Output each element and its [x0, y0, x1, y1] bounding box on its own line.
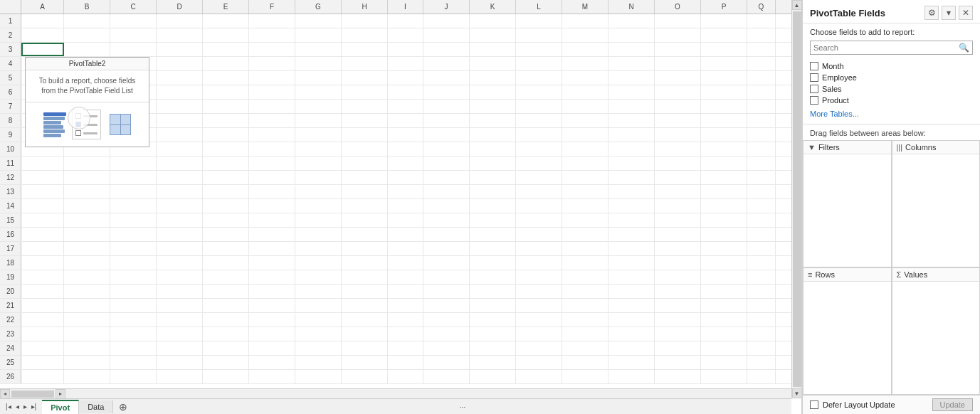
cell-25-8[interactable] [342, 356, 388, 369]
cell-1-15[interactable] [655, 14, 701, 28]
cell-21-17[interactable] [747, 299, 776, 312]
cell-2-1[interactable] [21, 28, 64, 42]
cell-5-7[interactable] [295, 71, 342, 85]
cell-22-13[interactable] [562, 313, 608, 327]
cell-6-6[interactable] [249, 85, 295, 99]
cell-5-6[interactable] [249, 71, 295, 85]
cell-14-4[interactable] [157, 199, 203, 213]
cell-6-17[interactable] [747, 85, 776, 99]
cell-14-12[interactable] [516, 199, 562, 213]
cell-5-17[interactable] [747, 71, 776, 85]
cell-20-17[interactable] [747, 285, 776, 298]
cell-22-16[interactable] [701, 313, 747, 327]
cell-6-12[interactable] [516, 85, 562, 99]
cell-15-13[interactable] [562, 213, 608, 227]
cell-17-17[interactable] [747, 242, 776, 255]
cell-10-17[interactable] [747, 142, 776, 156]
cell-4-8[interactable] [342, 57, 388, 70]
cell-23-5[interactable] [203, 327, 249, 341]
cell-12-14[interactable] [608, 171, 655, 184]
cell-16-3[interactable] [110, 228, 157, 241]
cell-2-11[interactable] [470, 28, 516, 42]
cell-19-7[interactable] [295, 270, 342, 284]
cell-18-10[interactable] [423, 256, 470, 270]
cell-13-3[interactable] [110, 185, 157, 198]
cell-15-14[interactable] [608, 213, 655, 227]
cell-16-11[interactable] [470, 228, 516, 241]
cell-11-6[interactable] [249, 156, 295, 170]
cell-12-6[interactable] [249, 171, 295, 184]
cell-4-12[interactable] [516, 57, 562, 70]
cell-20-7[interactable] [295, 285, 342, 298]
cell-10-4[interactable] [157, 142, 203, 156]
cell-24-12[interactable] [516, 341, 562, 355]
cell-8-10[interactable] [423, 114, 470, 127]
cell-26-10[interactable] [423, 370, 470, 383]
cell-10-11[interactable] [470, 142, 516, 156]
cell-11-3[interactable] [110, 156, 157, 170]
cell-4-17[interactable] [747, 57, 776, 70]
cell-17-16[interactable] [701, 242, 747, 255]
cell-23-4[interactable] [157, 327, 203, 341]
cell-16-2[interactable] [64, 228, 110, 241]
cell-20-14[interactable] [608, 285, 655, 298]
cell-7-13[interactable] [562, 100, 608, 113]
cell-21-3[interactable] [110, 299, 157, 312]
cell-20-11[interactable] [470, 285, 516, 298]
cell-23-13[interactable] [562, 327, 608, 341]
cell-1-4[interactable] [157, 14, 203, 28]
cell-22-8[interactable] [342, 313, 388, 327]
cell-8-8[interactable] [342, 114, 388, 127]
cell-5-16[interactable] [701, 71, 747, 85]
cell-21-15[interactable] [655, 299, 701, 312]
cell-13-12[interactable] [516, 185, 562, 198]
field-item-employee[interactable]: Employee [810, 72, 973, 83]
defer-checkbox[interactable] [810, 400, 818, 409]
cell-13-7[interactable] [295, 185, 342, 198]
cell-13-5[interactable] [203, 185, 249, 198]
cell-9-8[interactable] [342, 128, 388, 142]
cell-15-3[interactable] [110, 213, 157, 227]
cell-25-9[interactable] [388, 356, 423, 369]
cell-22-14[interactable] [608, 313, 655, 327]
cell-16-12[interactable] [516, 228, 562, 241]
cell-10-9[interactable] [388, 142, 423, 156]
cell-19-12[interactable] [516, 270, 562, 284]
cell-5-5[interactable] [203, 71, 249, 85]
cell-7-6[interactable] [249, 100, 295, 113]
cell-10-5[interactable] [203, 142, 249, 156]
cell-23-3[interactable] [110, 327, 157, 341]
cell-6-13[interactable] [562, 85, 608, 99]
cell-9-6[interactable] [249, 128, 295, 142]
cell-7-5[interactable] [203, 100, 249, 113]
cell-7-8[interactable] [342, 100, 388, 113]
cell-16-6[interactable] [249, 228, 295, 241]
cell-23-7[interactable] [295, 327, 342, 341]
cell-8-16[interactable] [701, 114, 747, 127]
cell-24-17[interactable] [747, 341, 776, 355]
cell-12-5[interactable] [203, 171, 249, 184]
cell-7-14[interactable] [608, 100, 655, 113]
cell-5-15[interactable] [655, 71, 701, 85]
cell-24-1[interactable] [21, 341, 64, 355]
cell-19-14[interactable] [608, 270, 655, 284]
cell-17-9[interactable] [388, 242, 423, 255]
cell-20-4[interactable] [157, 285, 203, 298]
cell-22-5[interactable] [203, 313, 249, 327]
cell-10-6[interactable] [249, 142, 295, 156]
cell-2-17[interactable] [747, 28, 776, 42]
cell-12-10[interactable] [423, 171, 470, 184]
search-box[interactable]: 🔍 [810, 41, 973, 55]
cell-20-2[interactable] [64, 285, 110, 298]
cell-17-11[interactable] [470, 242, 516, 255]
v-scroll-bar[interactable]: ▲ ▼ [791, 0, 801, 398]
cell-26-2[interactable] [64, 370, 110, 383]
more-tables-link[interactable]: More Tables... [803, 107, 980, 121]
cell-13-17[interactable] [747, 185, 776, 198]
cell-3-12[interactable] [516, 43, 562, 56]
cell-2-3[interactable] [110, 28, 157, 42]
field-checkbox-product[interactable] [810, 96, 818, 105]
cell-16-14[interactable] [608, 228, 655, 241]
cell-11-8[interactable] [342, 156, 388, 170]
cell-24-2[interactable] [64, 341, 110, 355]
